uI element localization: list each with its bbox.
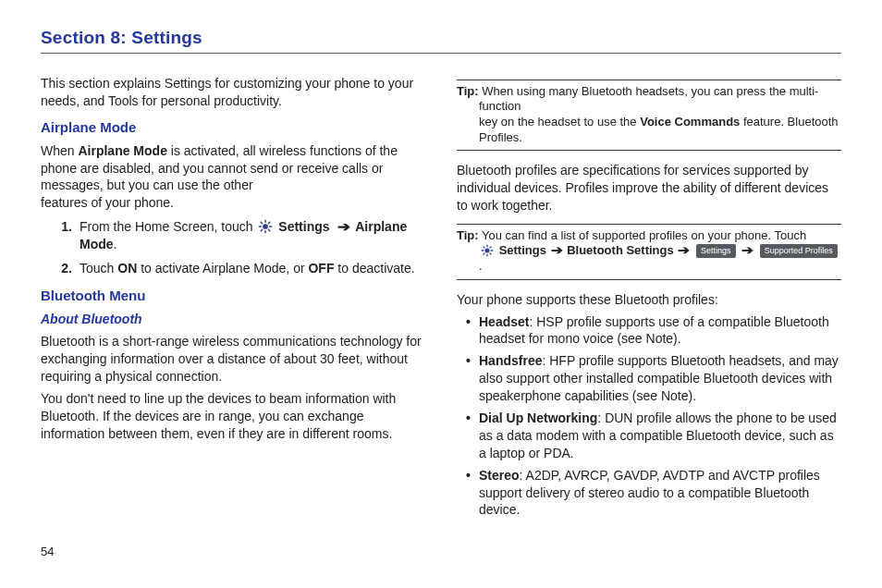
arrow-icon: ➔ xyxy=(548,243,565,259)
step-2: 2. Touch ON to activate Airplane Mode, o… xyxy=(63,260,425,277)
page-number: 54 xyxy=(41,544,841,560)
svg-point-1 xyxy=(485,250,489,253)
text: You can find a list of supported profile… xyxy=(479,228,807,242)
text: feature. Bluetooth xyxy=(740,115,838,129)
step-number: 1. xyxy=(46,218,72,236)
text: features of your phone. xyxy=(41,195,174,210)
two-column-layout: This section explains Settings for custo… xyxy=(41,70,841,524)
bluetooth-p1: Bluetooth is a short-range wireless comm… xyxy=(41,333,425,386)
profile-list: Headset: HSP profile supports use of a c… xyxy=(457,313,841,520)
tip-label: Tip: xyxy=(457,228,479,242)
left-column: This section explains Settings for custo… xyxy=(41,70,425,524)
profile-desc: : A2DP, AVRCP, GAVDP, AVDTP and AVCTP pr… xyxy=(479,468,820,518)
profiles-intro: Bluetooth profiles are specifications fo… xyxy=(457,162,841,214)
text: When using many Bluetooth headsets, you … xyxy=(479,84,819,114)
support-intro: Your phone supports these Bluetooth prof… xyxy=(457,291,841,309)
profile-name: Headset xyxy=(479,314,529,329)
text: From the Home Screen, touch xyxy=(80,219,256,234)
arrow-icon: ➔ xyxy=(740,243,756,259)
step-number: 2. xyxy=(46,260,72,277)
settings-chip: Settings xyxy=(696,244,736,258)
profile-headset: Headset: HSP profile supports use of a c… xyxy=(470,313,841,349)
about-bluetooth-heading: About Bluetooth xyxy=(41,311,425,328)
profile-name: Stereo xyxy=(479,468,520,483)
profile-dun: Dial Up Networking: DUN profile allows t… xyxy=(470,410,841,462)
section-title: Section 8: Settings xyxy=(41,26,841,54)
arrow-icon: ➔ xyxy=(336,218,353,236)
profile-name: Handsfree xyxy=(479,353,542,368)
intro-paragraph: This section explains Settings for custo… xyxy=(41,75,425,110)
tip-label: Tip: xyxy=(457,84,479,98)
arrow-icon: ➔ xyxy=(676,243,692,259)
step-1: 1. From the Home Screen, touch Settings … xyxy=(63,218,425,253)
settings-label: Settings xyxy=(499,243,546,257)
text: When xyxy=(41,143,78,158)
airplane-paragraph: When Airplane Mode is activated, all wir… xyxy=(41,142,425,213)
on-label: ON xyxy=(117,261,137,276)
tip-voice-commands: Tip: When using many Bluetooth headsets,… xyxy=(457,80,841,152)
settings-icon xyxy=(481,244,494,257)
text: Profiles. xyxy=(457,130,841,146)
text: key on the headset to use the xyxy=(479,115,640,129)
bt-settings-label: Bluetooth Settings xyxy=(567,243,674,257)
airplane-steps: 1. From the Home Screen, touch Settings … xyxy=(41,218,425,277)
text: . xyxy=(114,237,117,251)
profile-handsfree: Handsfree: HFP profile supports Bluetoot… xyxy=(470,352,841,405)
supported-profiles-chip: Supported Profiles xyxy=(760,244,838,258)
settings-label: Settings xyxy=(278,219,329,234)
text: Touch xyxy=(80,261,117,276)
right-column: Tip: When using many Bluetooth headsets,… xyxy=(457,70,841,524)
svg-point-0 xyxy=(263,225,267,228)
bluetooth-p2: You don't need to line up the devices to… xyxy=(41,390,425,443)
profile-name: Dial Up Networking xyxy=(479,410,597,425)
profile-stereo: Stereo: A2DP, AVRCP, GAVDP, AVDTP and AV… xyxy=(470,467,841,520)
voice-commands-bold: Voice Commands xyxy=(640,115,740,129)
airplane-mode-bold: Airplane Mode xyxy=(78,143,166,158)
off-label: OFF xyxy=(308,261,334,276)
tip-supported-profiles: Tip: You can find a list of supported pr… xyxy=(457,224,841,280)
bluetooth-menu-heading: Bluetooth Menu xyxy=(41,287,425,305)
profile-desc: : HSP profile supports use of a compatib… xyxy=(479,314,829,347)
airplane-mode-heading: Airplane Mode xyxy=(41,118,425,137)
text: to activate Airplane Mode, or xyxy=(137,261,308,276)
settings-icon xyxy=(258,219,273,234)
text: to deactivate. xyxy=(334,261,414,276)
